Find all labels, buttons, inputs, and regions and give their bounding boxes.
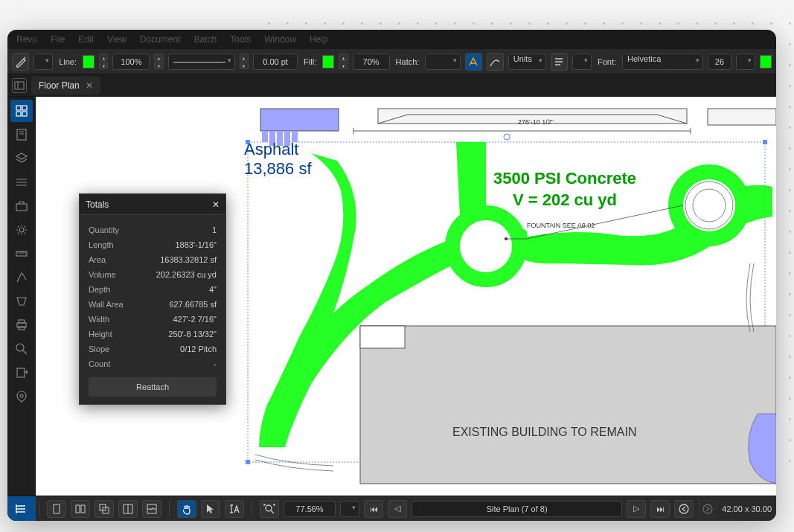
shapes-icon[interactable] [10, 290, 33, 313]
units-select[interactable]: Units [508, 54, 546, 70]
row-slope-value: 0/12 Pitch [180, 344, 217, 353]
export-icon[interactable] [10, 362, 33, 384]
compare-button[interactable] [95, 500, 114, 518]
zoom-level-input[interactable] [284, 501, 336, 517]
row-width-value: 427'-2 7/16" [173, 315, 217, 324]
layers-icon[interactable] [10, 147, 33, 170]
font-size-dropdown[interactable] [736, 54, 755, 70]
pan-button[interactable] [177, 500, 196, 518]
totals-header[interactable]: Totals ✕ [80, 194, 225, 215]
line-color-stepper[interactable]: ▴▾ [99, 54, 108, 69]
zoom-input[interactable] [112, 54, 150, 70]
svg-rect-3 [16, 112, 21, 116]
single-page-button[interactable] [47, 500, 66, 518]
row-depth-label: Depth [89, 285, 110, 294]
menu-edit[interactable]: Edit [78, 34, 94, 45]
row-wallarea-label: Wall Area [89, 300, 124, 309]
font-label: Font: [598, 57, 616, 66]
svg-rect-42 [81, 505, 85, 513]
two-page-button[interactable] [71, 500, 90, 518]
measure-icon[interactable] [10, 266, 33, 289]
prev-view-button[interactable] [674, 500, 694, 518]
page-display[interactable]: Site Plan (7 of 8) [412, 501, 622, 517]
menu-help[interactable]: Help [310, 34, 328, 45]
fill-stepper[interactable]: ▴▾ [339, 54, 348, 69]
svg-point-20 [504, 134, 510, 140]
fill-color-swatch[interactable] [322, 55, 334, 68]
highlight-button[interactable] [465, 53, 482, 71]
tab-label: Floor Plan [39, 80, 80, 91]
svg-rect-2 [22, 106, 27, 110]
reattach-button[interactable]: Reattach [89, 377, 217, 397]
row-count-value: - [214, 359, 217, 368]
settings-icon[interactable] [10, 219, 33, 241]
location-icon[interactable] [10, 385, 33, 408]
search-icon[interactable] [10, 338, 33, 360]
left-sidebar [7, 97, 36, 496]
pen-dropdown[interactable] [33, 54, 53, 70]
line-label: Line: [59, 57, 77, 66]
sidebar-toggle[interactable] [12, 78, 27, 93]
totals-title: Totals [86, 199, 109, 210]
toolchest-icon[interactable] [10, 195, 33, 217]
font-select[interactable]: Helvetica [622, 54, 703, 70]
line-color-swatch[interactable] [83, 55, 95, 68]
totals-close[interactable]: ✕ [212, 199, 220, 210]
menu-view[interactable]: View [107, 34, 127, 45]
row-height-label: Height [89, 330, 112, 339]
svg-point-39 [16, 511, 17, 513]
next-page-button[interactable]: ▷ [627, 500, 646, 518]
svg-point-29 [683, 179, 735, 231]
totals-panel: Totals ✕ Quantity1 Length1883'-1/16" Are… [79, 193, 226, 405]
ruler-icon[interactable] [10, 243, 33, 265]
svg-rect-4 [22, 112, 27, 116]
row-slope-label: Slope [89, 344, 109, 353]
menu-revu[interactable]: Revu [16, 34, 37, 45]
menu-tools[interactable]: Tools [230, 34, 251, 45]
pen-tool-button[interactable] [12, 53, 29, 71]
row-height-value: 250'-8 13/32" [168, 330, 217, 339]
svg-rect-10 [19, 320, 25, 323]
weight-stepper[interactable]: ▴▾ [240, 54, 249, 69]
first-page-button[interactable]: ⏮ [364, 500, 383, 518]
drawing-canvas[interactable]: (function(){ const pts = []; // arc of d… [36, 97, 776, 496]
zoom-stepper[interactable]: ▴▾ [154, 54, 163, 69]
menu-document[interactable]: Document [140, 34, 181, 45]
markup-list-button[interactable] [7, 496, 36, 522]
svg-point-7 [19, 228, 24, 232]
select-button[interactable] [201, 500, 220, 518]
menu-batch[interactable]: Batch [194, 34, 217, 45]
align-button[interactable] [551, 53, 568, 71]
last-page-button[interactable]: ⏭ [650, 500, 670, 518]
svg-rect-1 [16, 106, 21, 110]
split-v-button[interactable] [118, 500, 138, 518]
opacity-input[interactable] [353, 54, 390, 70]
row-width-label: Width [89, 315, 109, 324]
fill-label: Fill: [304, 57, 316, 66]
split-h-button[interactable] [142, 500, 161, 518]
align-dropdown[interactable] [572, 54, 592, 70]
curve-button[interactable] [487, 53, 504, 71]
text-select-button[interactable] [225, 500, 244, 518]
svg-point-36 [505, 237, 508, 240]
zoom-dropdown[interactable] [340, 501, 359, 517]
row-wallarea-value: 627.66785 sf [169, 300, 217, 309]
menu-window[interactable]: Window [264, 34, 296, 45]
zoom-extents-button[interactable] [260, 500, 279, 518]
linestyle-select[interactable] [168, 54, 235, 70]
weight-input[interactable] [253, 54, 298, 70]
prev-page-button[interactable]: ◁ [388, 500, 407, 518]
menu-file[interactable]: File [51, 34, 65, 45]
font-size-input[interactable] [708, 54, 731, 70]
bookmarks-icon[interactable] [10, 124, 33, 146]
properties-icon[interactable] [10, 171, 33, 193]
bottom-bar: ⏮ ◁ Site Plan (7 of 8) ▷ ⏭ 42.00 x 30.00 [7, 496, 776, 521]
text-color-swatch[interactable] [760, 55, 772, 68]
tab-floor-plan[interactable]: Floor Plan ✕ [31, 77, 100, 94]
svg-rect-41 [76, 505, 80, 513]
hatch-select[interactable] [425, 54, 460, 70]
tab-close[interactable]: ✕ [86, 80, 93, 91]
next-view-button[interactable] [698, 500, 717, 518]
print-icon[interactable] [10, 314, 33, 336]
thumbnails-icon[interactable] [10, 100, 33, 122]
